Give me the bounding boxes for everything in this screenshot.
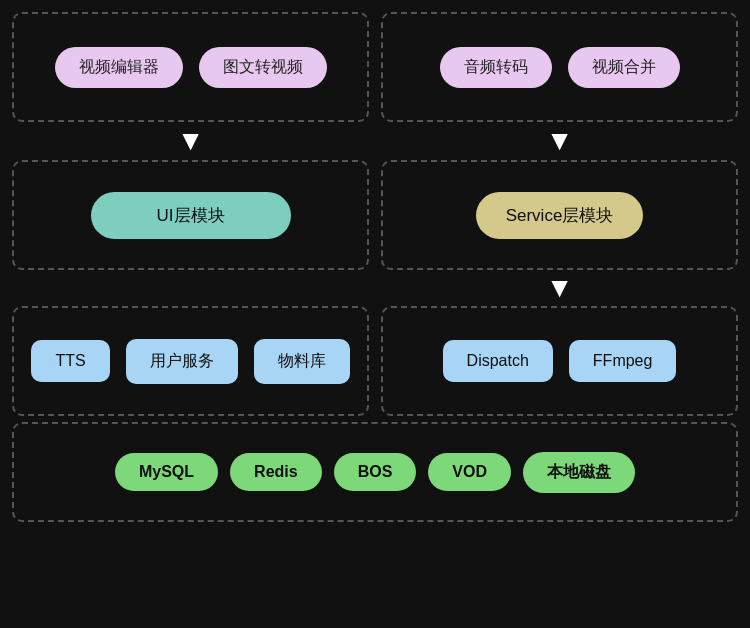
arrow-down-right: ▼	[381, 122, 738, 160]
right-services-section: Dispatch FFmpeg	[381, 306, 738, 416]
arrow-icon-left: ▼	[177, 127, 205, 155]
database-section: MySQL Redis BOS VOD 本地磁盘	[12, 422, 738, 522]
service-layer-section: Service层模块	[381, 160, 738, 270]
top-right-section: 音频转码 视频合并	[381, 12, 738, 122]
ffmpeg-pill: FFmpeg	[569, 340, 677, 382]
audio-transcode-pill: 音频转码	[440, 47, 552, 88]
spacer-left	[12, 270, 369, 306]
image-to-video-pill: 图文转视频	[199, 47, 327, 88]
arrow-icon-right: ▼	[546, 127, 574, 155]
vod-pill: VOD	[428, 453, 511, 491]
dispatch-pill: Dispatch	[443, 340, 553, 382]
arrow-down-left: ▼	[12, 122, 369, 160]
video-editor-pill: 视频编辑器	[55, 47, 183, 88]
arrow-down-service: ▼	[381, 270, 738, 306]
redis-pill: Redis	[230, 453, 322, 491]
mysql-pill: MySQL	[115, 453, 218, 491]
tts-pill: TTS	[31, 340, 109, 382]
material-lib-pill: 物料库	[254, 339, 350, 384]
top-left-section: 视频编辑器 图文转视频	[12, 12, 369, 122]
local-disk-pill: 本地磁盘	[523, 452, 635, 493]
bos-pill: BOS	[334, 453, 417, 491]
left-services-section: TTS 用户服务 物料库	[12, 306, 369, 416]
ui-layer-pill: UI层模块	[91, 192, 291, 239]
arrow-icon-service: ▼	[546, 274, 574, 302]
service-layer-pill: Service层模块	[476, 192, 644, 239]
ui-layer-section: UI层模块	[12, 160, 369, 270]
user-service-pill: 用户服务	[126, 339, 238, 384]
video-merge-pill: 视频合并	[568, 47, 680, 88]
